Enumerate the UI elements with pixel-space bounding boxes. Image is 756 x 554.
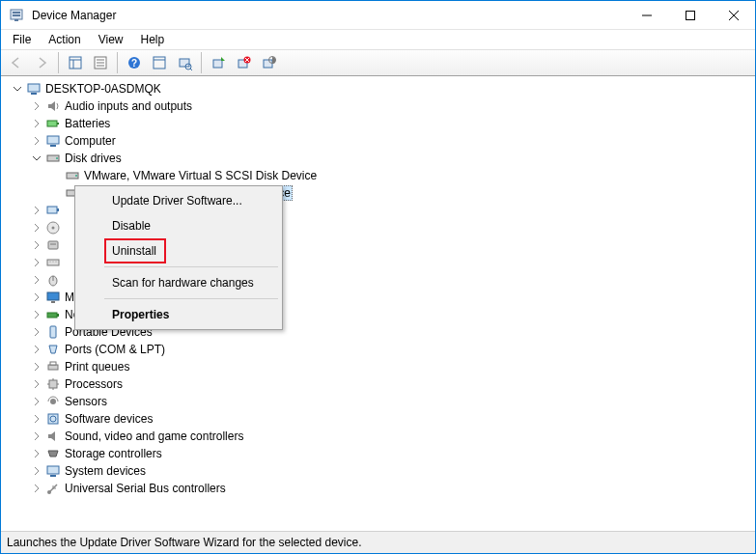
expand-icon[interactable] xyxy=(30,412,43,426)
expand-icon[interactable] xyxy=(30,273,43,287)
show-hide-tree-button[interactable] xyxy=(64,51,87,74)
update-driver-button[interactable] xyxy=(207,51,230,74)
svg-text:?: ? xyxy=(131,58,137,69)
system-icon xyxy=(45,463,61,479)
svg-rect-5 xyxy=(686,11,694,19)
expand-icon[interactable] xyxy=(30,117,43,130)
expand-icon[interactable] xyxy=(30,464,43,478)
expand-icon[interactable] xyxy=(30,325,43,339)
tree-item-batteries[interactable]: Batteries xyxy=(30,115,753,132)
svg-rect-17 xyxy=(154,57,165,69)
audio-icon xyxy=(45,98,61,114)
svg-rect-2 xyxy=(13,14,20,16)
expand-icon[interactable] xyxy=(30,221,43,235)
collapse-icon[interactable] xyxy=(30,152,43,165)
svg-rect-60 xyxy=(49,380,57,388)
svg-rect-69 xyxy=(50,475,56,477)
expand-icon[interactable] xyxy=(30,238,43,252)
menu-view[interactable]: View xyxy=(91,31,131,48)
disable-button[interactable] xyxy=(257,51,280,74)
svg-rect-41 xyxy=(47,207,57,213)
expand-icon[interactable] xyxy=(30,204,43,217)
menu-file[interactable]: File xyxy=(5,31,39,48)
svg-rect-19 xyxy=(180,59,189,67)
tree-item-ports[interactable]: Ports (COM & LPT) xyxy=(30,341,753,358)
keyboard-icon xyxy=(45,255,61,270)
svg-rect-42 xyxy=(57,208,59,211)
svg-rect-57 xyxy=(50,326,56,338)
uninstall-button[interactable] xyxy=(232,51,255,74)
tree-item-processors[interactable]: Processors xyxy=(30,375,753,393)
tree-item-usb[interactable]: Universal Serial Bus controllers xyxy=(30,480,753,497)
portable-icon xyxy=(45,324,61,340)
svg-rect-54 xyxy=(51,301,55,303)
expand-icon[interactable] xyxy=(30,308,43,321)
tree-item-sound[interactable]: Sound, video and game controllers xyxy=(30,428,753,445)
expand-icon[interactable] xyxy=(30,291,43,304)
help-button[interactable]: ? xyxy=(123,51,146,74)
toolbar-separator xyxy=(201,52,202,73)
tree-item-print-queues[interactable]: Print queues xyxy=(30,358,753,375)
tree-item-computer[interactable]: Computer xyxy=(30,132,753,150)
expand-icon[interactable] xyxy=(30,447,43,460)
mouse-icon xyxy=(45,272,61,288)
context-menu-properties[interactable]: Properties xyxy=(104,302,280,327)
tree-item-disk-drives[interactable]: Disk drives xyxy=(30,150,753,167)
expand-icon[interactable] xyxy=(30,99,43,113)
toolbar-separator xyxy=(58,52,59,73)
expand-icon[interactable] xyxy=(30,482,43,495)
toolbar: ? xyxy=(1,49,755,76)
expand-icon[interactable] xyxy=(30,429,43,443)
tree-root[interactable]: DESKTOP-0ASDMQK xyxy=(11,80,753,97)
expand-icon[interactable] xyxy=(30,343,43,356)
svg-rect-53 xyxy=(47,292,59,300)
svg-rect-29 xyxy=(28,84,40,92)
collapse-icon[interactable] xyxy=(11,82,24,96)
context-menu-separator xyxy=(104,298,278,299)
svg-rect-22 xyxy=(213,60,222,68)
context-menu-update-driver[interactable]: Update Driver Software... xyxy=(104,188,280,213)
expand-icon[interactable] xyxy=(30,395,43,408)
network-icon xyxy=(45,307,61,322)
svg-rect-34 xyxy=(50,145,56,147)
expand-icon[interactable] xyxy=(30,377,43,391)
scan-hardware-button[interactable] xyxy=(173,51,196,74)
properties-button[interactable] xyxy=(89,51,112,74)
tree-item-disk1[interactable]: VMware, VMware Virtual S SCSI Disk Devic… xyxy=(49,167,753,184)
context-menu-scan[interactable]: Scan for hardware changes xyxy=(104,270,280,295)
disk-icon xyxy=(45,151,61,166)
forward-button[interactable] xyxy=(30,51,53,74)
menu-action[interactable]: Action xyxy=(41,31,88,48)
expand-icon[interactable] xyxy=(30,134,43,148)
back-button[interactable] xyxy=(5,51,28,74)
svg-point-48 xyxy=(50,262,51,263)
device-tree[interactable]: DESKTOP-0ASDMQK Audio inputs and outputs… xyxy=(1,76,755,532)
menu-help[interactable]: Help xyxy=(133,31,173,48)
toolbar-separator xyxy=(117,52,118,73)
tree-item-storage[interactable]: Storage controllers xyxy=(30,445,753,462)
computer-icon xyxy=(45,133,61,149)
usb-icon xyxy=(45,481,61,496)
minimize-button[interactable] xyxy=(625,1,668,30)
expand-icon[interactable] xyxy=(30,256,43,269)
tree-item-software[interactable]: Software devices xyxy=(30,410,753,428)
tree-item-sensors[interactable]: Sensors xyxy=(30,393,753,410)
action-button[interactable] xyxy=(148,51,171,74)
tree-item-audio[interactable]: Audio inputs and outputs xyxy=(30,97,753,115)
printer-icon xyxy=(45,359,61,374)
maximize-button[interactable] xyxy=(668,1,712,30)
context-menu-disable[interactable]: Disable xyxy=(104,213,280,238)
svg-rect-68 xyxy=(47,466,59,474)
cpu-icon xyxy=(45,376,61,392)
context-menu-separator xyxy=(104,266,278,267)
expand-icon[interactable] xyxy=(30,360,43,374)
titlebar: Device Manager xyxy=(1,1,755,30)
context-menu-uninstall[interactable]: Uninstall xyxy=(104,238,166,263)
context-menu: Update Driver Software... Disable Uninst… xyxy=(74,185,283,330)
close-button[interactable] xyxy=(712,1,755,30)
svg-rect-45 xyxy=(48,241,58,249)
svg-point-49 xyxy=(53,262,54,263)
svg-rect-32 xyxy=(57,123,59,125)
svg-point-38 xyxy=(75,175,77,177)
tree-item-system[interactable]: System devices xyxy=(30,462,753,480)
